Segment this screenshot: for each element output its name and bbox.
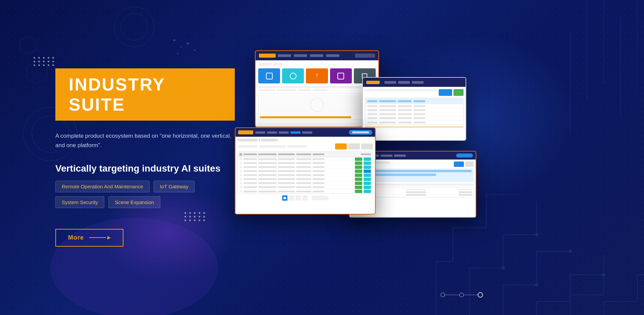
tag-iot-gateway[interactable]: IoT Gateway — [154, 181, 195, 192]
tags-row-2: System Security Scene Expansion — [55, 196, 235, 208]
section-heading: Vertically targeting industry AI suites — [55, 163, 235, 174]
left-panel: INDUSTRY SUITE A complete product ecosys… — [0, 68, 235, 246]
screenshots-panel: ! — [235, 0, 644, 315]
screenshot-dashboard: ! — [255, 50, 379, 127]
tags-row-1: Remote Operation And Maintenance IoT Gat… — [55, 181, 235, 192]
title-box: INDUSTRY SUITE — [55, 68, 235, 121]
screenshot-management — [362, 77, 466, 141]
arrow-icon — [89, 235, 111, 240]
screenshot-orders — [235, 127, 376, 214]
subtitle: A complete product ecosystem based on "o… — [55, 131, 235, 149]
tag-remote-operation[interactable]: Remote Operation And Maintenance — [55, 181, 150, 192]
tag-scene-expansion[interactable]: Scene Expansion — [108, 196, 160, 208]
more-button[interactable]: More — [55, 229, 123, 247]
page-title: INDUSTRY SUITE — [69, 74, 221, 115]
tag-system-security[interactable]: System Security — [55, 196, 104, 208]
